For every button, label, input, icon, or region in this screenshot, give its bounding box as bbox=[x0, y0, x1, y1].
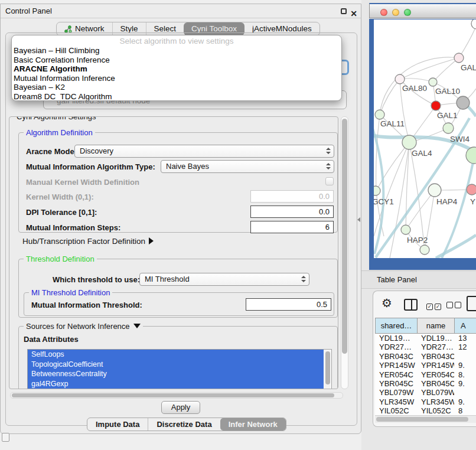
which-threshold-label: Which threshold to use: bbox=[53, 275, 140, 284]
sources-group-title[interactable]: Sources for Network Inference bbox=[24, 322, 143, 331]
attribute-list-item[interactable]: SelfLoops bbox=[28, 350, 324, 360]
tab-impute-data[interactable]: Impute Data bbox=[87, 418, 148, 431]
algorithm-option[interactable]: ARACNE Algorithm bbox=[12, 64, 341, 74]
attribute-list-item[interactable]: BetweennessCentrality bbox=[28, 369, 324, 379]
scrollbar-thumb[interactable] bbox=[376, 417, 468, 422]
hub-tf-definition-toggle[interactable]: Hub/Transcription Factor Definition bbox=[22, 237, 154, 246]
table-row[interactable]: YBR043CYBR043C bbox=[375, 352, 476, 361]
control-panel-title: Control Panel bbox=[5, 6, 52, 15]
algorithm-option[interactable]: Bayesian – K2 bbox=[12, 83, 341, 92]
cyni-algorithm-settings-title: Cyni Algorithm Settings bbox=[14, 116, 98, 121]
table-row[interactable]: YDR27…YDR27…12 bbox=[375, 343, 476, 351]
unchecked-box-icon bbox=[455, 302, 461, 308]
network-node[interactable] bbox=[420, 245, 429, 255]
minimize-traffic-light[interactable] bbox=[392, 9, 399, 16]
kernel-width-label: Kernel Width (0,1): bbox=[26, 193, 94, 201]
algorithm-definition-title: Algorithm Definition bbox=[24, 128, 95, 137]
network-node[interactable] bbox=[402, 135, 416, 149]
column-header-shared[interactable]: shared… bbox=[375, 318, 417, 334]
panel-splitter-arrow[interactable] bbox=[357, 217, 360, 222]
table-row[interactable]: YIL052CYIL052C8 bbox=[375, 406, 476, 415]
algorithm-option[interactable]: Dream8 DC_TDC Algorithm bbox=[12, 92, 341, 101]
mi-algorithm-type-label: Mutual Information Algorithm Type: bbox=[26, 162, 155, 171]
table-panel-header: Table Panel bbox=[361, 270, 476, 289]
which-threshold-combo[interactable]: MI Threshold bbox=[139, 273, 309, 286]
table-row[interactable]: YLR345WYLR345W9. bbox=[375, 397, 476, 406]
network-node[interactable] bbox=[375, 110, 384, 119]
columns-layout-icon[interactable] bbox=[404, 299, 418, 311]
scrollbar-thumb[interactable] bbox=[342, 119, 347, 354]
table-cell: YBR045C bbox=[375, 379, 417, 388]
close-traffic-light[interactable] bbox=[380, 9, 387, 16]
algorithm-option[interactable]: Mutual Information Inference bbox=[12, 74, 341, 83]
network-node[interactable] bbox=[443, 123, 454, 133]
mi-threshold-label: Mutual Information Threshold: bbox=[31, 301, 142, 309]
tab-discretize-data[interactable]: Discretize Data bbox=[148, 418, 220, 431]
network-node[interactable] bbox=[431, 101, 441, 110]
network-edge bbox=[459, 27, 476, 58]
float-panel-icon[interactable] bbox=[341, 8, 347, 14]
table-row[interactable]: YPR145WYPR145W9. bbox=[375, 361, 476, 370]
dpi-tolerance-field[interactable]: 0.0 bbox=[250, 206, 334, 218]
table-row[interactable]: YDL19…YDL19…13 bbox=[375, 334, 476, 343]
table-cell: YLR345W bbox=[417, 397, 454, 406]
table-cell: YPR145W bbox=[375, 361, 417, 370]
table-horizontal-scrollbar[interactable] bbox=[375, 415, 476, 423]
column-header-partial[interactable]: A bbox=[454, 318, 476, 334]
network-node[interactable] bbox=[457, 96, 470, 109]
collapsed-panel-icon[interactable] bbox=[2, 433, 9, 442]
network-node[interactable] bbox=[395, 74, 405, 84]
network-node[interactable] bbox=[428, 184, 441, 197]
scrollbar-thumb[interactable] bbox=[325, 351, 330, 384]
network-node[interactable] bbox=[429, 78, 437, 86]
close-panel-icon[interactable]: ✕ bbox=[350, 6, 357, 21]
attribute-list-item[interactable]: TopologicalCoefficient bbox=[28, 360, 324, 370]
network-node-label: HAP2 bbox=[407, 236, 428, 244]
settings-horizontal-scrollbar[interactable] bbox=[10, 392, 343, 399]
algorithm-option[interactable]: Bayesian – Hill Climbing bbox=[12, 46, 341, 56]
network-canvas-svg: GALGAL80GAL10GAL1GAL11SWI4GAL4GCY1HAP4YH… bbox=[374, 19, 476, 258]
table-cell: YBL079W bbox=[417, 388, 454, 397]
deselect-all-columns-icon[interactable] bbox=[446, 301, 463, 310]
algorithm-option[interactable]: Basic Correlation Inference bbox=[12, 56, 341, 65]
collapse-right-icon bbox=[149, 237, 154, 244]
table-cell: 12 bbox=[454, 343, 476, 351]
attribute-list-item[interactable]: gal4RGexp bbox=[28, 379, 324, 389]
sources-group: Sources for Network Inference Data Attri… bbox=[18, 326, 338, 389]
mi-algorithm-type-combo[interactable]: Naive Bayes bbox=[161, 160, 334, 173]
tab-infer-network[interactable]: Infer Network bbox=[220, 418, 286, 431]
manual-kernel-width-checkbox[interactable] bbox=[325, 177, 334, 185]
table-row[interactable]: YBR045CYBR045C9. bbox=[375, 379, 476, 388]
column-header-name[interactable]: name bbox=[417, 318, 454, 334]
table-cell: YDR27… bbox=[375, 343, 417, 351]
cyni-algorithm-settings-group: Cyni Algorithm Settings Algorithm Defini… bbox=[9, 116, 338, 389]
network-edge bbox=[436, 235, 476, 258]
table-row[interactable]: YER054CYER054C8. bbox=[375, 370, 476, 379]
table-cell: 13 bbox=[454, 334, 476, 343]
zoom-traffic-light[interactable] bbox=[404, 9, 411, 16]
settings-vertical-scrollbar[interactable] bbox=[341, 116, 348, 389]
network-node[interactable] bbox=[374, 186, 380, 195]
network-node[interactable] bbox=[454, 53, 464, 63]
mi-threshold-field[interactable]: 0.5 bbox=[246, 298, 331, 311]
attributes-list-scrollbar[interactable] bbox=[324, 350, 331, 389]
apply-button[interactable]: Apply bbox=[161, 401, 200, 414]
aracne-mode-value: Discovery bbox=[80, 146, 113, 155]
algorithm-dropdown-list: Bayesian – Hill ClimbingBasic Correlatio… bbox=[12, 46, 341, 101]
network-canvas[interactable]: GALGAL80GAL10GAL1GAL11SWI4GAL4GCY1HAP4YH… bbox=[374, 19, 476, 258]
network-node[interactable] bbox=[467, 184, 476, 195]
network-node[interactable] bbox=[401, 225, 410, 234]
network-node[interactable] bbox=[471, 19, 476, 29]
table-cell: 9. bbox=[454, 397, 476, 406]
table-file-icon[interactable] bbox=[467, 296, 476, 311]
kernel-width-field[interactable]: 0.0 bbox=[250, 190, 334, 203]
table-row[interactable]: YBL079WYBL079W bbox=[375, 388, 476, 397]
scrollbar-thumb[interactable] bbox=[12, 393, 334, 397]
mi-steps-field[interactable]: 6 bbox=[250, 221, 334, 233]
table-cell bbox=[454, 388, 476, 397]
table-panel-title: Table Panel bbox=[377, 275, 417, 284]
aracne-mode-combo[interactable]: Discovery bbox=[74, 145, 334, 158]
network-node-label: GAL1 bbox=[437, 111, 458, 120]
gear-icon[interactable]: ⚙ bbox=[382, 296, 392, 310]
select-all-columns-icon[interactable]: ✓✓ bbox=[426, 301, 443, 310]
